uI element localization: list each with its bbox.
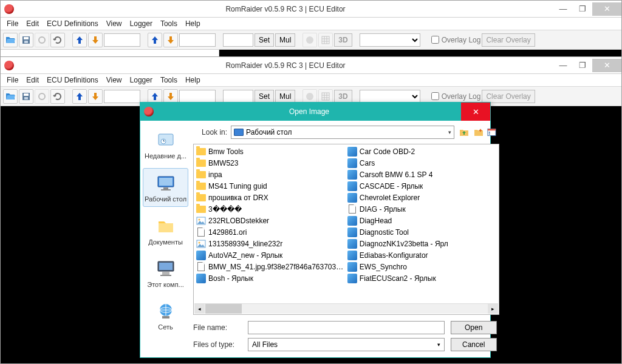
list-item[interactable]: AutoVAZ_new - Ярлык bbox=[195, 249, 346, 261]
menu-file[interactable]: File bbox=[3, 75, 22, 86]
maximize-button[interactable]: ❐ bbox=[573, 59, 592, 72]
lookin-select[interactable]: Рабочий стол ▾ bbox=[231, 126, 454, 139]
list-item[interactable]: Cars bbox=[346, 157, 497, 169]
close-button[interactable]: ✕ bbox=[592, 2, 621, 16]
menu-help[interactable]: Help bbox=[182, 75, 204, 86]
list-item[interactable]: FiatECUScan2 - Ярлык bbox=[346, 272, 497, 284]
sidebar-item-documents[interactable]: Документы bbox=[143, 212, 188, 249]
menu-view[interactable]: View bbox=[103, 75, 126, 86]
list-item[interactable]: 1429861.ori bbox=[195, 226, 346, 238]
menu-help[interactable]: Help bbox=[182, 18, 204, 29]
file-list[interactable]: Bmw ToolsBMW523inpaMS41 Tuning guidпроши… bbox=[193, 144, 499, 315]
overlay-log-checkbox[interactable]: Overlay Log bbox=[431, 92, 481, 101]
list-item[interactable]: CASCADE - Ярлык bbox=[346, 180, 497, 192]
list-item[interactable]: DiagHead bbox=[346, 215, 497, 226]
save-icon[interactable] bbox=[19, 89, 33, 104]
mul-button[interactable]: Mul bbox=[275, 33, 295, 47]
circle-icon[interactable] bbox=[35, 33, 49, 47]
menu-edit[interactable]: Edit bbox=[22, 18, 43, 29]
list-item[interactable]: прошивка от DRX bbox=[195, 192, 346, 203]
filename-input[interactable] bbox=[248, 321, 445, 334]
scroll-right-icon[interactable]: ▸ bbox=[488, 304, 498, 314]
grid-icon[interactable] bbox=[318, 33, 333, 47]
menu-tools[interactable]: Tools bbox=[157, 18, 181, 29]
open-icon[interactable] bbox=[3, 33, 18, 47]
set-button[interactable]: Set bbox=[255, 90, 274, 103]
close-button[interactable]: ✕ bbox=[592, 59, 621, 72]
list-item[interactable]: MS41 Tuning guid bbox=[195, 180, 346, 192]
toolbar-input-1[interactable] bbox=[104, 90, 140, 103]
list-item[interactable]: Car Code OBD-2 bbox=[346, 146, 497, 157]
arrow-down-orange-icon-2[interactable] bbox=[163, 33, 178, 47]
threed-button[interactable]: 3D bbox=[334, 90, 352, 103]
scroll-thumb[interactable] bbox=[205, 304, 242, 314]
palette-icon[interactable] bbox=[302, 89, 317, 104]
list-item[interactable]: Bmw Tools bbox=[195, 146, 346, 157]
refresh-icon[interactable] bbox=[50, 33, 65, 47]
grid-icon[interactable] bbox=[318, 89, 333, 104]
set-button[interactable]: Set bbox=[255, 33, 274, 47]
mul-button[interactable]: Mul bbox=[275, 90, 295, 103]
toolbar-input-2[interactable] bbox=[179, 90, 216, 103]
scroll-left-icon[interactable]: ◂ bbox=[194, 304, 205, 314]
toolbar-select[interactable] bbox=[360, 90, 420, 103]
arrow-up-blue-icon[interactable] bbox=[72, 89, 87, 104]
circle-icon[interactable] bbox=[35, 89, 49, 104]
minimize-button[interactable]: — bbox=[553, 2, 573, 16]
arrow-down-orange-icon-2[interactable] bbox=[163, 89, 178, 104]
overlay-log-checkbox[interactable]: Overlay Log bbox=[431, 36, 481, 44]
filetype-select[interactable]: All Files ▾ bbox=[248, 338, 445, 351]
list-item[interactable]: 3���� bbox=[195, 203, 346, 215]
minimize-button[interactable]: — bbox=[553, 59, 573, 72]
sidebar-item-computer[interactable]: Этот комп... bbox=[143, 254, 188, 292]
menu-ecu-definitions[interactable]: ECU Definitions bbox=[43, 18, 102, 29]
arrow-up-blue-icon-2[interactable] bbox=[148, 89, 162, 104]
new-folder-icon[interactable] bbox=[473, 126, 485, 138]
toolbar-input-3[interactable] bbox=[223, 90, 253, 103]
cancel-button[interactable]: Cancel bbox=[451, 338, 497, 351]
list-item[interactable]: DiagnozNK1v23betta - Ярл bbox=[346, 238, 497, 249]
arrow-up-blue-icon[interactable] bbox=[72, 33, 87, 47]
open-icon[interactable] bbox=[3, 89, 18, 104]
horizontal-scrollbar[interactable]: ◂ ▸ bbox=[194, 303, 498, 314]
menu-edit[interactable]: Edit bbox=[22, 75, 43, 86]
arrow-down-orange-icon[interactable] bbox=[88, 89, 103, 104]
toolbar-input-2[interactable] bbox=[179, 33, 216, 47]
toolbar-input-1[interactable] bbox=[104, 33, 140, 47]
maximize-button[interactable]: ❐ bbox=[573, 2, 592, 16]
list-item[interactable]: DIAG - Ярлык bbox=[346, 203, 497, 215]
list-item[interactable]: Diagnostic Tool bbox=[346, 226, 497, 238]
list-item[interactable]: Ediabas-Konfigurator bbox=[346, 249, 497, 261]
palette-icon[interactable] bbox=[302, 33, 317, 47]
menu-logger[interactable]: Logger bbox=[126, 75, 156, 86]
list-item[interactable]: BMW523 bbox=[195, 157, 346, 169]
list-item[interactable]: 232RLOBDstekker bbox=[195, 215, 346, 226]
dialog-close-button[interactable]: ✕ bbox=[461, 103, 490, 121]
menu-file[interactable]: File bbox=[3, 18, 22, 29]
scroll-track[interactable] bbox=[242, 304, 488, 314]
toolbar-input-3[interactable] bbox=[223, 33, 253, 47]
sidebar-item-desktop[interactable]: Рабочий стол bbox=[143, 168, 188, 207]
list-item[interactable]: Chevrolet Explorer bbox=[346, 192, 497, 203]
sidebar-item-network[interactable]: Сеть bbox=[143, 297, 188, 334]
arrow-down-orange-icon[interactable] bbox=[88, 33, 103, 47]
clear-overlay-button[interactable]: Clear Overlay bbox=[482, 90, 535, 103]
arrow-up-blue-icon-2[interactable] bbox=[148, 33, 162, 47]
list-item[interactable]: BMW_MS_41.jpg.9f38e27f846a7637034d43e024… bbox=[195, 261, 346, 272]
list-item[interactable]: Bosh - Ярлык bbox=[195, 272, 346, 284]
menu-tools[interactable]: Tools bbox=[157, 75, 181, 86]
list-item[interactable]: Carsoft BMW 6.1 SP 4 bbox=[346, 169, 497, 180]
clear-overlay-button[interactable]: Clear Overlay bbox=[482, 33, 535, 47]
up-folder-icon[interactable] bbox=[458, 126, 470, 138]
menu-logger[interactable]: Logger bbox=[126, 18, 156, 29]
menu-ecu-definitions[interactable]: ECU Definitions bbox=[43, 75, 102, 86]
sidebar-item-recent[interactable]: Недавние д... bbox=[143, 126, 188, 163]
view-mode-icon[interactable]: ▾ bbox=[487, 126, 499, 138]
refresh-icon[interactable] bbox=[50, 89, 65, 104]
menu-view[interactable]: View bbox=[103, 18, 126, 29]
list-item[interactable]: inpa bbox=[195, 169, 346, 180]
list-item[interactable]: EWS_Synchro bbox=[346, 261, 497, 272]
save-icon[interactable] bbox=[19, 33, 33, 47]
toolbar-select[interactable] bbox=[360, 33, 420, 47]
open-button[interactable]: Open bbox=[451, 321, 497, 334]
